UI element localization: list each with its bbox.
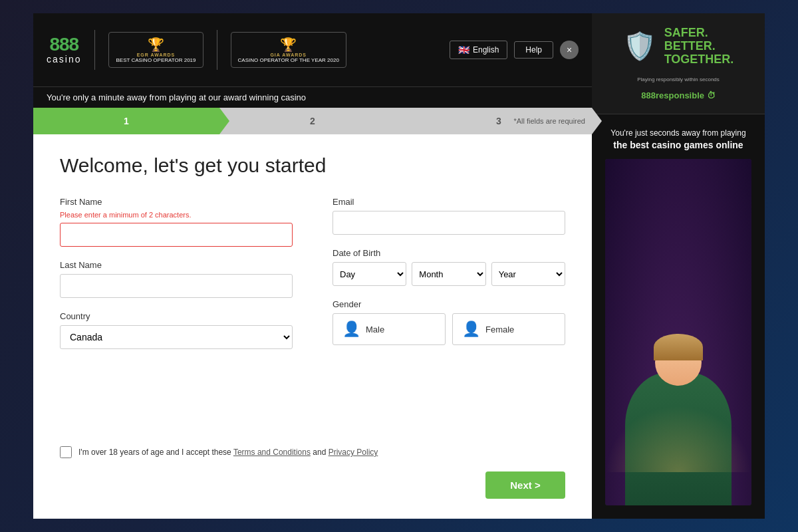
award-divider-2 [217,30,217,70]
language-label: English [473,45,499,55]
sidebar-promo-bold: the best casino games online [613,140,743,150]
sidebar-top: 🛡️ SAFER.BETTER.TOGETHER. Playing respon… [592,13,765,114]
help-label: Help [525,45,542,55]
dob-month-select[interactable]: Month [412,262,485,286]
step-1-label: 1 [124,116,129,126]
logo-area: 888 casino 🏆 EGR AWARDS BEST CASINO OPER… [47,30,346,70]
tagline-bar: You're only a minute away from playing a… [33,86,592,108]
award-icon-1: 🏆 [148,37,164,53]
sidebar-bottom: You're just seconds away from playing th… [592,114,765,519]
logo-888: 888 casino [47,35,81,65]
email-input[interactable] [332,211,565,235]
safer-text-block: SAFER.BETTER.TOGETHER. [664,27,734,66]
gender-buttons: 👤 Male 👤 Female [332,313,565,345]
terms-text: I'm over 18 years of age and I accept th… [78,448,378,457]
shield-area: 🛡️ SAFER.BETTER.TOGETHER. [623,27,734,66]
male-icon: 👤 [342,321,360,338]
first-name-error: Please enter a minimum of 2 characters. [60,211,293,219]
gender-female-button[interactable]: 👤 Female [452,313,565,345]
last-name-label: Last Name [60,260,293,270]
sidebar-safer-sub: Playing responsibly within seconds [637,76,720,82]
step-2-label: 2 [310,116,315,126]
dob-selects: Day Month Year [332,262,565,286]
tagline-text: You're only a minute away from playing a… [47,92,306,102]
next-button[interactable]: Next > [485,471,565,499]
award-badge-egr: 🏆 EGR AWARDS BEST CASINO OPERATOR 2019 [108,32,203,68]
dob-day-select[interactable]: Day [332,262,406,286]
privacy-policy-link[interactable]: Privacy Policy [329,448,378,457]
form-col-right: Email Date of Birth Day Month [332,197,565,362]
country-group: Country Canada United States United King… [60,311,293,349]
form-columns: First Name Please enter a minimum of 2 c… [60,197,565,362]
gender-female-label: Female [485,325,514,334]
first-name-group: First Name Please enter a minimum of 2 c… [60,197,293,247]
language-button[interactable]: 🇬🇧 English [450,41,507,59]
required-note: *All fields are required [513,117,585,125]
award-sub-2: CASINO OPERATOR OF THE YEAR 2020 [238,57,339,63]
modal-container: 888 casino 🏆 EGR AWARDS BEST CASINO OPER… [33,13,765,519]
header-bar: 888 casino 🏆 EGR AWARDS BEST CASINO OPER… [33,13,592,86]
first-name-input[interactable] [60,223,293,247]
gender-male-label: Male [366,325,384,334]
right-sidebar: 🛡️ SAFER.BETTER.TOGETHER. Playing respon… [592,13,765,519]
award-sub-1: BEST CASINO OPERATOR 2019 [116,57,196,63]
casino-person-image [605,159,751,505]
close-icon: × [567,45,572,55]
last-name-group: Last Name [60,260,293,298]
country-select[interactable]: Canada United States United Kingdom Aust… [60,325,293,349]
step-1[interactable]: 1 [33,108,219,134]
form-col-left: First Name Please enter a minimum of 2 c… [60,197,293,362]
shield-icon: 🛡️ [623,31,656,62]
award-title-2: GIA AWARDS [270,53,307,57]
gender-male-button[interactable]: 👤 Male [332,313,446,345]
step-3-label: 3 [496,116,501,126]
email-group: Email [332,197,565,235]
form-content: Welcome, let's get you started First Nam… [33,134,592,440]
sidebar-image [605,159,751,505]
gender-group: Gender 👤 Male 👤 Female [332,299,565,345]
first-name-label: First Name [60,197,293,207]
close-button[interactable]: × [560,41,579,59]
country-label: Country [60,311,293,321]
logo-888-text: 888 [49,35,78,54]
email-label: Email [332,197,565,207]
dob-year-select[interactable]: Year [491,262,565,286]
female-icon: 👤 [462,321,480,338]
form-area: 888 casino 🏆 EGR AWARDS BEST CASINO OPER… [33,13,592,519]
award-icon-2: 🏆 [280,37,297,53]
form-title: Welcome, let's get you started [60,154,565,177]
terms-conditions-link[interactable]: Terms and Conditions [233,448,311,457]
logo-casino-text: casino [47,54,81,65]
next-row: Next > [33,471,592,519]
terms-checkbox[interactable] [60,446,72,458]
next-button-label: Next > [510,479,540,491]
award-badge-gia: 🏆 GIA AWARDS CASINO OPERATOR OF THE YEAR… [231,32,346,68]
award-divider-1 [94,30,95,70]
terms-row: I'm over 18 years of age and I accept th… [33,440,592,471]
gender-label: Gender [332,299,565,309]
sidebar-promo-title: You're just seconds away from playing th… [605,128,751,152]
header-right: 🇬🇧 English Help × [450,41,579,59]
award-title-1: EGR AWARDS [137,53,176,57]
last-name-input[interactable] [60,274,293,298]
dob-group: Date of Birth Day Month Year [332,248,565,286]
step-2[interactable]: 2 [219,108,406,134]
progress-steps: 1 2 3 *All fields are required [33,108,592,134]
dob-label: Date of Birth [332,248,565,258]
safer-text: SAFER.BETTER.TOGETHER. [664,27,734,66]
sidebar-logo-small: 888responsible ⏱ [641,90,715,100]
flag-icon: 🇬🇧 [458,45,469,55]
help-button[interactable]: Help [514,41,553,59]
